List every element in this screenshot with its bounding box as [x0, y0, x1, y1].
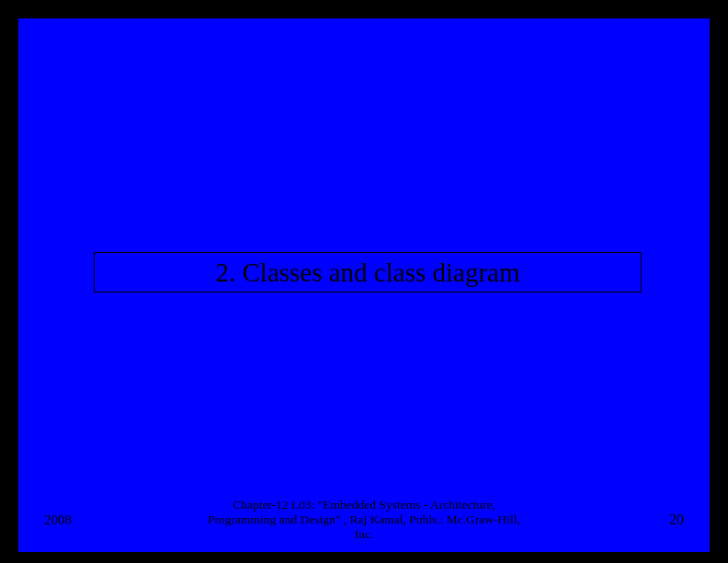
- title-box: 2. Classes and class diagram: [94, 252, 642, 293]
- footer-reference: Chapter-12 L03: "Embedded Systems - Arch…: [136, 498, 592, 543]
- slide-title: 2. Classes and class diagram: [215, 259, 519, 286]
- footer-page-number: 20: [592, 511, 684, 528]
- footer-reference-line2: Programming and Design" , Raj Kamal, Pub…: [136, 512, 592, 527]
- slide: 2. Classes and class diagram 2008 Chapte…: [18, 18, 710, 552]
- footer-year: 2008: [44, 512, 136, 528]
- footer-reference-line3: Inc.: [136, 527, 592, 542]
- footer: 2008 Chapter-12 L03: "Embedded Systems -…: [18, 497, 710, 543]
- footer-reference-line1: Chapter-12 L03: "Embedded Systems - Arch…: [136, 498, 592, 512]
